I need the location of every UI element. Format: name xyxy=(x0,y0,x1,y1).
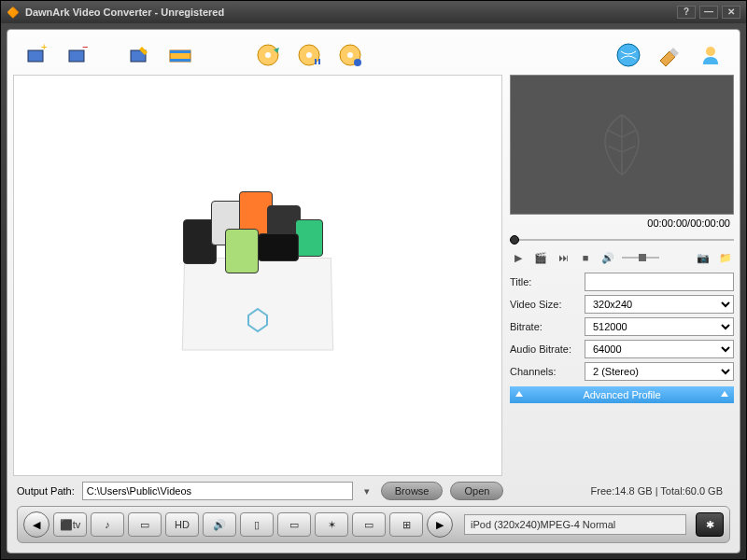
settings-form: Title: Video Size: 320x240 Bitrate: 5120… xyxy=(510,273,734,381)
seek-slider[interactable] xyxy=(510,233,734,246)
snapshot-button[interactable]: 📷 xyxy=(695,250,712,265)
register-button[interactable] xyxy=(654,39,685,71)
device-windows-button[interactable]: ⊞ xyxy=(389,512,423,537)
device-misc-button[interactable]: ✶ xyxy=(315,512,348,537)
device-hd-button[interactable]: HD xyxy=(165,512,199,537)
clapper-icon[interactable]: 🎬 xyxy=(532,250,549,265)
profile-display[interactable]: iPod (320x240)MPEG-4 Normal xyxy=(464,514,686,535)
help-button[interactable]: ? xyxy=(677,6,696,19)
output-row: Output Path: ▾ Browse Open Free:14.8 GB … xyxy=(13,476,734,506)
edit-video-button[interactable] xyxy=(123,39,155,71)
browse-button[interactable]: Browse xyxy=(381,482,444,500)
minimize-button[interactable]: — xyxy=(699,6,718,19)
disk-space-text: Free:14.8 GB | Total:60.0 GB xyxy=(591,485,730,497)
audiobitrate-select[interactable]: 64000 xyxy=(585,340,734,358)
player-controls: ▶ 🎬 ⏭ ■ 🔊 📷 📁 xyxy=(510,250,734,265)
output-path-label: Output Path: xyxy=(17,485,75,497)
clip-video-button[interactable] xyxy=(164,39,196,71)
svg-point-11 xyxy=(306,52,312,58)
profile-menu-button[interactable]: ✱ xyxy=(696,512,724,537)
output-path-input[interactable] xyxy=(82,482,353,500)
client-area: + − xyxy=(7,29,740,553)
svg-rect-7 xyxy=(170,59,190,62)
output-dropdown-icon[interactable]: ▾ xyxy=(360,485,374,497)
file-list-area[interactable] xyxy=(13,75,502,476)
profile-bar: ◀ ⬛tv ♪ ▭ HD 🔊 ▯ ▭ ✶ ▭ ⊞ ▶ iPod (320x240… xyxy=(17,506,730,543)
audiobitrate-label: Audio Bitrate: xyxy=(510,343,579,355)
svg-point-16 xyxy=(354,59,361,66)
scroll-left-button[interactable]: ◀ xyxy=(23,511,49,538)
device-appletv-button[interactable]: ⬛tv xyxy=(53,512,87,537)
channels-label: Channels: xyxy=(510,366,579,377)
window-title: DawnArk Video Converter - Unregistered xyxy=(25,7,224,18)
bitrate-select[interactable]: 512000 xyxy=(585,317,734,336)
stop-playback-button[interactable]: ■ xyxy=(577,250,594,265)
preview-pane[interactable] xyxy=(510,75,734,215)
device-audio-button[interactable]: 🔊 xyxy=(203,512,236,537)
bitrate-label: Bitrate: xyxy=(510,321,579,332)
website-button[interactable] xyxy=(613,39,644,71)
pause-button[interactable] xyxy=(293,39,325,71)
svg-text:+: + xyxy=(41,43,47,52)
about-button[interactable] xyxy=(695,39,726,71)
channels-select[interactable]: 2 (Stereo) xyxy=(585,362,734,381)
device-phone-button[interactable]: ▯ xyxy=(240,512,274,537)
device-tablet-button[interactable]: ▭ xyxy=(352,512,386,537)
videosize-select[interactable]: 320x240 xyxy=(585,295,734,314)
leaf-watermark-icon xyxy=(585,107,659,182)
toolbar: + − xyxy=(13,35,734,75)
title-input[interactable] xyxy=(585,273,734,291)
right-panel: 00:00:00/00:00:00 ▶ 🎬 ⏭ ■ 🔊 📷 📁 Title: xyxy=(510,75,734,476)
device-music-button[interactable]: ♪ xyxy=(91,512,124,537)
stop-button[interactable] xyxy=(334,39,366,71)
add-file-button[interactable]: + xyxy=(21,39,52,71)
svg-rect-13 xyxy=(318,59,320,64)
svg-text:−: − xyxy=(82,43,88,52)
next-button[interactable]: ⏭ xyxy=(555,250,571,265)
play-button[interactable]: ▶ xyxy=(510,250,527,265)
devices-box-illustration xyxy=(164,201,351,350)
svg-rect-12 xyxy=(315,59,317,64)
close-button[interactable]: ✕ xyxy=(722,6,740,19)
svg-point-9 xyxy=(265,52,271,58)
app-icon: 🔶 xyxy=(7,7,20,19)
app-window: 🔶 DawnArk Video Converter - Unregistered… xyxy=(0,0,747,560)
videosize-label: Video Size: xyxy=(510,299,579,310)
title-label: Title: xyxy=(510,276,579,287)
scroll-right-button[interactable]: ▶ xyxy=(427,511,453,538)
advanced-profile-button[interactable]: Advanced Profile xyxy=(510,386,734,403)
open-button[interactable]: Open xyxy=(450,482,503,500)
time-display: 00:00:00/00:00:00 xyxy=(510,215,734,231)
svg-point-15 xyxy=(347,52,353,58)
device-video-button[interactable]: ▭ xyxy=(128,512,162,537)
volume-slider[interactable] xyxy=(622,257,659,259)
svg-rect-6 xyxy=(170,50,190,53)
titlebar: 🔶 DawnArk Video Converter - Unregistered… xyxy=(1,1,746,23)
device-psp-button[interactable]: ▭ xyxy=(277,512,311,537)
svg-point-18 xyxy=(706,47,715,56)
remove-file-button[interactable]: − xyxy=(62,39,93,71)
convert-button[interactable] xyxy=(252,39,284,71)
open-folder-button[interactable]: 📁 xyxy=(717,250,734,265)
svg-point-17 xyxy=(617,44,640,66)
mute-button[interactable]: 🔊 xyxy=(599,250,616,265)
